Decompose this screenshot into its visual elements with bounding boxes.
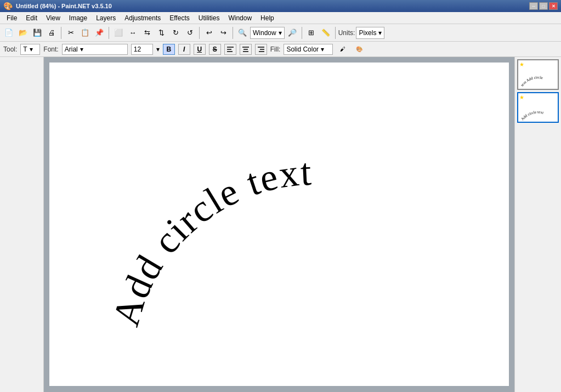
fontsize-value: 12 [134, 46, 141, 53]
toolopts-bar: Tool: T ▾ Font: Arial ▾ 12 ▾ B I U S Fil… [0, 42, 561, 57]
print-button[interactable]: 🖨 [45, 26, 58, 39]
align-right-button[interactable] [255, 44, 267, 55]
sep6 [335, 27, 336, 39]
main-area: Add circle text ★ text Add circle ★ [0, 57, 561, 392]
redo-button[interactable]: ↪ [217, 26, 230, 39]
zoom-out-button[interactable]: 🔍 [236, 26, 249, 39]
canvas-area[interactable]: Add circle text [44, 57, 514, 392]
menu-edit[interactable]: Edit [21, 12, 42, 24]
thumbnail-2[interactable]: ★ Add circle text [517, 92, 559, 123]
menu-view[interactable]: View [42, 12, 65, 24]
bold-button[interactable]: B [163, 44, 175, 55]
menu-bar: File Edit View Image Layers Adjustments … [0, 12, 561, 24]
underline-button[interactable]: U [194, 44, 206, 55]
svg-text:Add circle text: Add circle text [104, 150, 313, 331]
left-panel [0, 57, 44, 392]
title-bar: 🎨 Untitled (84%) - Paint.NET v3.5.10 ─ □… [0, 0, 561, 12]
sep3 [199, 27, 200, 39]
thumbnail-1[interactable]: ★ text Add circle [517, 59, 559, 90]
new-button[interactable]: 📄 [2, 26, 15, 39]
font-dropdown[interactable]: Arial ▾ [62, 44, 128, 55]
app-icon: 🎨 [3, 2, 13, 10]
flip-h-button[interactable]: ⇆ [140, 26, 154, 39]
tool-arrow: ▾ [30, 46, 33, 53]
rotate-cw-button[interactable]: ↻ [169, 26, 182, 39]
cut-button[interactable]: ✂ [64, 26, 77, 39]
rulers-button[interactable]: 📏 [319, 26, 332, 39]
fill-label: Fill: [270, 46, 281, 53]
title-bar-left: 🎨 Untitled (84%) - Paint.NET v3.5.10 [3, 2, 112, 10]
sep2 [109, 27, 109, 39]
blending-button[interactable]: 🖌 [336, 43, 349, 56]
title-bar-controls[interactable]: ─ □ ✕ [529, 2, 558, 10]
font-value: Arial [65, 46, 78, 53]
zoom-dropdown[interactable]: Window ▾ [250, 27, 285, 39]
sep1 [61, 27, 61, 39]
restore-button[interactable]: □ [539, 2, 548, 10]
italic-button[interactable]: I [178, 44, 190, 55]
flip-v-button[interactable]: ⇅ [155, 26, 168, 39]
fontsize-arrow: ▾ [156, 46, 160, 53]
font-arrow: ▾ [80, 46, 83, 53]
rotate-ccw-button[interactable]: ↺ [183, 26, 196, 39]
fill-arrow: ▾ [321, 46, 324, 53]
crop-button[interactable]: ⬜ [112, 26, 125, 39]
menu-layers[interactable]: Layers [92, 12, 120, 24]
color-tool-button[interactable]: 🎨 [353, 43, 366, 56]
toolbar: 📄 📂 💾 🖨 ✂ 📋 📌 ⬜ ↔ ⇆ ⇅ ↻ ↺ ↩ ↪ 🔍 Window ▾… [0, 24, 561, 42]
thumb2-star: ★ [519, 94, 524, 100]
menu-image[interactable]: Image [65, 12, 92, 24]
copy-button[interactable]: 📋 [78, 26, 92, 39]
paste-button[interactable]: 📌 [93, 26, 106, 39]
title-bar-text: Untitled (84%) - Paint.NET v3.5.10 [16, 3, 112, 9]
tool-dropdown[interactable]: T ▾ [20, 44, 40, 55]
fill-dropdown[interactable]: Solid Color ▾ [284, 44, 333, 55]
zoom-value: Window [253, 29, 276, 37]
zoom-in-button[interactable]: 🔎 [286, 26, 299, 39]
menu-help[interactable]: Help [256, 12, 279, 24]
grid-button[interactable]: ⊞ [305, 26, 318, 39]
align-center-button[interactable] [240, 44, 252, 55]
menu-file[interactable]: File [2, 12, 21, 24]
right-panel: ★ text Add circle ★ Add circle text [514, 57, 561, 392]
menu-adjustments[interactable]: Adjustments [120, 12, 165, 24]
align-left-button[interactable] [224, 44, 236, 55]
resize-button[interactable]: ↔ [126, 26, 139, 39]
undo-button[interactable]: ↩ [202, 26, 216, 39]
minimize-button[interactable]: ─ [529, 2, 538, 10]
thumb1-star: ★ [519, 61, 524, 67]
font-label: Font: [43, 46, 58, 53]
menu-window[interactable]: Window [224, 12, 256, 24]
tool-value: T [23, 46, 27, 53]
zoom-dropdown-arrow: ▾ [279, 29, 282, 37]
menu-effects[interactable]: Effects [165, 12, 194, 24]
sep5 [302, 27, 302, 39]
sep4 [233, 27, 233, 39]
units-dropdown[interactable]: Pixels ▾ [356, 27, 384, 39]
save-button[interactable]: 💾 [31, 26, 44, 39]
units-label: Units: [338, 29, 355, 37]
circle-text-svg: Add circle text [49, 63, 509, 386]
close-button[interactable]: ✕ [549, 2, 558, 10]
menu-utilities[interactable]: Utilities [194, 12, 224, 24]
units-arrow: ▾ [378, 29, 382, 37]
units-value: Pixels [359, 29, 376, 37]
fill-value: Solid Color [286, 46, 319, 53]
fontsize-input[interactable]: 12 [131, 44, 153, 55]
strikethrough-button[interactable]: S [209, 44, 221, 55]
canvas[interactable]: Add circle text [49, 63, 509, 386]
open-button[interactable]: 📂 [16, 26, 30, 39]
tool-label: Tool: [3, 46, 17, 53]
